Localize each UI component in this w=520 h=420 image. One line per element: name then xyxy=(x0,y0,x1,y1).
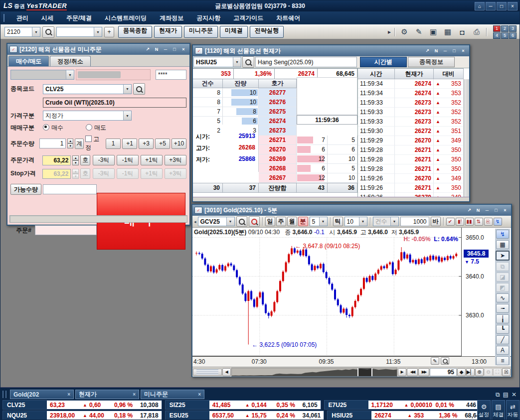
stop-price-input[interactable]: 63,22 xyxy=(42,169,71,179)
minimize-icon[interactable]: ─ xyxy=(483,207,491,214)
tab-close-icon[interactable]: × xyxy=(67,392,70,397)
bid-price[interactable]: 26270 xyxy=(259,145,297,154)
period-button-주[interactable]: 주 xyxy=(276,217,286,226)
ask-price[interactable]: 26277 xyxy=(259,88,297,98)
monitor-icon[interactable]: ▣ xyxy=(427,26,439,37)
quote-search-button[interactable] xyxy=(242,56,254,68)
price-tick-button-1[interactable]: -3틱 xyxy=(93,155,115,165)
menu-item-5[interactable]: 계좌정보 xyxy=(153,14,190,22)
cascade-icon[interactable]: ⧉ xyxy=(496,391,500,398)
chevron-down-icon[interactable]: ▼ xyxy=(359,217,367,226)
quick-button-2[interactable]: 현재가 xyxy=(154,26,182,38)
pin-icon[interactable]: N xyxy=(432,47,440,54)
pin-icon[interactable]: N xyxy=(474,207,482,214)
close-panel-icon[interactable]: ☒ xyxy=(502,368,511,376)
tab-time-series[interactable]: 시간별 xyxy=(360,57,407,67)
quick-button-4[interactable]: 미체결 xyxy=(220,26,248,38)
ask-price[interactable]: 26274 xyxy=(259,117,297,126)
step-line-icon[interactable]: ┗ xyxy=(496,325,509,334)
close-icon[interactable]: ✕ xyxy=(512,391,517,398)
ticker-symbol[interactable]: E7U25 xyxy=(325,401,368,409)
ask-price[interactable]: 26275 xyxy=(259,107,297,117)
qty-add-button-5[interactable]: +10 xyxy=(172,139,186,149)
screen-slot-1[interactable]: 1 xyxy=(493,25,501,32)
compare-icon[interactable]: ✔ xyxy=(446,218,455,226)
price-tick-button-4[interactable]: +3틱 xyxy=(165,155,186,165)
chart-plot[interactable]: Gold(2025.10)(5분) 09/10 04:30 종 3,646.0 … xyxy=(192,228,461,356)
taskbar-tab-2[interactable]: 현재가× xyxy=(75,390,139,399)
close-icon[interactable]: × xyxy=(501,207,509,214)
zoom-in-icon[interactable]: ⊕ xyxy=(475,368,484,376)
auto-refresh-icon[interactable]: ↯ xyxy=(494,218,502,226)
period-button-월[interactable]: 월 xyxy=(287,217,297,226)
taskbar-grip[interactable] xyxy=(2,391,6,398)
tab-close-icon[interactable]: × xyxy=(133,392,136,397)
fit-width-icon[interactable]: ◆ xyxy=(457,368,466,376)
maximize-button[interactable]: □ xyxy=(497,2,507,10)
magnifier-icon[interactable] xyxy=(441,357,449,365)
bid-price[interactable]: 26268 xyxy=(259,164,297,173)
price-type-combo[interactable]: 지정가 ▼ xyxy=(43,111,132,121)
ray-icon[interactable]: ╱ xyxy=(496,335,509,344)
ask-price[interactable]: 26273 xyxy=(259,126,297,136)
screen-slot-6[interactable]: 6 xyxy=(509,32,517,39)
menu-item-3[interactable]: 주문/체결 xyxy=(60,14,98,22)
close-icon[interactable]: × xyxy=(459,47,467,54)
quick-button-1[interactable]: 품목종합 xyxy=(118,26,152,38)
quote-symbol-combo[interactable]: HSIU25 ▼ xyxy=(193,57,241,67)
qty-add-button-4[interactable]: +5 xyxy=(155,139,170,149)
trendline-icon[interactable]: ∿ xyxy=(496,293,509,302)
maximize-icon[interactable]: □ xyxy=(450,47,458,54)
gear-icon[interactable]: ⚙ xyxy=(398,26,410,37)
maximize-icon[interactable]: □ xyxy=(492,207,500,214)
close-icon[interactable]: × xyxy=(179,46,187,53)
chevron-down-icon[interactable]: ▼ xyxy=(94,27,102,36)
auto-button[interactable]: ⇄자동 xyxy=(506,400,520,420)
chevron-down-icon[interactable]: ▼ xyxy=(66,70,74,79)
tick-button[interactable]: 틱 xyxy=(333,217,343,226)
sell-radio[interactable]: 매도 xyxy=(86,124,106,132)
expand-icon[interactable]: ▸ xyxy=(388,28,391,35)
go-to-end-icon[interactable]: ▶▏ xyxy=(466,368,475,376)
price-ho-button[interactable]: 호 xyxy=(80,155,90,165)
bars-unit-button[interactable]: 바 xyxy=(431,217,441,226)
bid-price[interactable]: 26271 xyxy=(259,136,297,145)
chevron-down-icon[interactable]: ▼ xyxy=(226,217,234,226)
menu-item-1[interactable]: 관리 xyxy=(10,14,35,22)
chart-minimap[interactable] xyxy=(231,368,397,377)
scroll-left-button[interactable]: ◀ xyxy=(222,368,231,376)
tick-value-combo[interactable]: 10 ▼ xyxy=(345,217,367,226)
minimap-view-window[interactable] xyxy=(357,368,372,376)
fills-button[interactable]: ▤체결 xyxy=(492,400,505,420)
ticker-symbol[interactable]: CLV25 xyxy=(3,401,47,409)
vline-icon[interactable]: ╽ xyxy=(496,314,509,323)
quick-search-combo[interactable]: ▼ xyxy=(56,27,102,37)
minimize-icon[interactable]: ─ xyxy=(441,47,449,54)
chart-symbol-combo[interactable]: GCV25 ▼ xyxy=(198,217,235,226)
screen-slot-4[interactable]: 4 xyxy=(493,32,501,39)
screen-number-combo[interactable]: 2120 ▼ xyxy=(4,27,40,37)
window-list-icon[interactable]: ▤ xyxy=(503,391,509,398)
ask-price[interactable]: 26276 xyxy=(259,98,297,107)
chart-search-button[interactable] xyxy=(236,216,247,227)
order-window-titlebar[interactable]: ✓ [2120] 해외 선물옵션 미니주문 ↗ N ─ □ × xyxy=(7,44,189,55)
refresh-icon[interactable]: ↯ xyxy=(496,230,509,239)
page-back-button[interactable]: ◀◀ xyxy=(407,368,418,376)
page-fwd-button[interactable]: ▶▶ xyxy=(418,368,429,376)
chart-search-recent-button[interactable] xyxy=(249,216,260,227)
bid-price[interactable]: 26269 xyxy=(259,154,297,164)
minimize-button[interactable]: ─ xyxy=(486,2,496,10)
menu-grip[interactable] xyxy=(3,14,6,22)
qty-stepper[interactable]: ▲▼ xyxy=(67,139,73,148)
screen-slot-2[interactable]: 2 xyxy=(501,25,509,32)
screen-slot-3[interactable]: 3 xyxy=(509,25,517,32)
tab-modify-cancel[interactable]: 정정/취소 xyxy=(50,56,90,66)
memo-icon[interactable]: ✎ xyxy=(413,26,425,37)
scrollbar[interactable] xyxy=(464,79,469,197)
qty-input[interactable]: 1 xyxy=(39,139,66,148)
stop-stepper[interactable]: ▲▼ xyxy=(72,169,79,179)
layout-grid-icon[interactable]: ▦ xyxy=(442,26,454,37)
qty-add-button-2[interactable]: +1 xyxy=(122,139,137,149)
undock-icon[interactable]: ↗ xyxy=(465,207,473,214)
screen-slot-5[interactable]: 5 xyxy=(501,32,509,39)
